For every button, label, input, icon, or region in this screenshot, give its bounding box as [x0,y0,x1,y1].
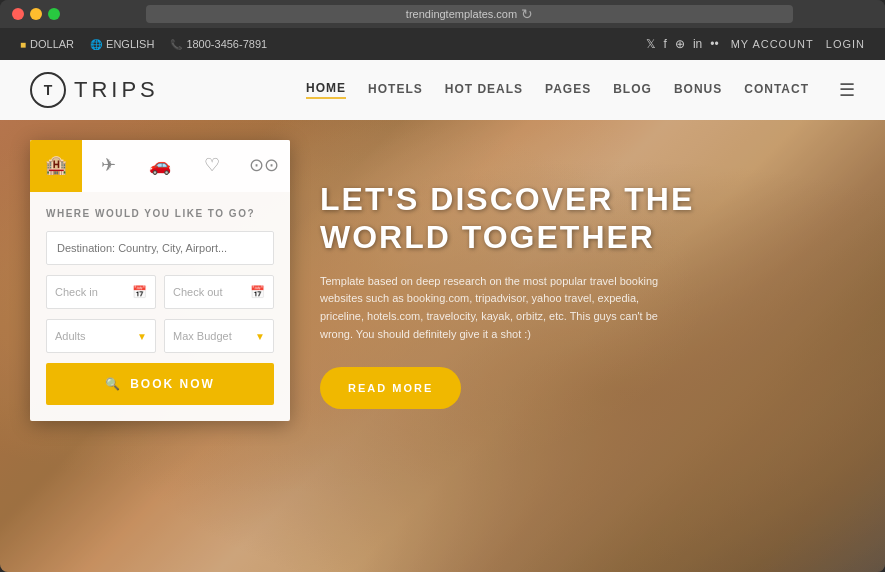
maximize-button[interactable] [48,8,60,20]
flight-icon: ✈ [101,154,116,176]
account-link[interactable]: MY ACCOUNT [731,38,814,50]
nav-hot-deals[interactable]: HOT DEALS [445,82,523,98]
more-icon[interactable]: •• [710,37,718,51]
read-more-button[interactable]: READ MORE [320,367,461,409]
checkout-field[interactable]: Check out 📅 [164,275,274,309]
social-icons: 𝕏 f ⊕ in •• [646,37,719,51]
hero-headline-line2: WORLD TOGETHER [320,219,655,255]
language-item[interactable]: 🌐 ENGLISH [90,38,154,50]
nav-links: HOME HOTELS HOT DEALS PAGES BLOG BONUS C… [306,79,855,101]
website-content: ■ DOLLAR 🌐 ENGLISH 📞 1800-3456-7891 𝕏 f … [0,28,885,572]
browser-window: trendingtemplates.com ↻ ■ DOLLAR 🌐 ENGLI… [0,0,885,572]
hero-subtitle: Template based on deep research on the m… [320,273,670,343]
nav-bonus[interactable]: BONUS [674,82,722,98]
hero-headline-line1: LET'S DISCOVER THE [320,181,694,217]
close-button[interactable] [12,8,24,20]
checkout-label: Check out [173,286,223,298]
adults-arrow-icon: ▼ [137,331,147,342]
browser-titlebar: trendingtemplates.com ↻ [0,0,885,28]
logo[interactable]: T TRIPS [30,72,159,108]
book-now-button[interactable]: 🔍 BOOK NOW [46,363,274,405]
filter-row: Adults ▼ Max Budget ▼ [46,319,274,353]
hero-headline: LET'S DISCOVER THE WORLD TOGETHER [320,180,855,257]
hero-content: LET'S DISCOVER THE WORLD TOGETHER Templa… [320,180,855,409]
top-bar: ■ DOLLAR 🌐 ENGLISH 📞 1800-3456-7891 𝕏 f … [0,28,885,60]
logo-letter: T [44,82,53,98]
url-text: trendingtemplates.com [406,8,517,20]
checkout-calendar-icon: 📅 [250,285,265,299]
minimize-button[interactable] [30,8,42,20]
tab-bike[interactable]: ⊙⊙ [238,140,290,192]
hero-section: 🏨 ✈ 🚗 ♡ ⊙⊙ WHERE WOULD [0,120,885,572]
twitter-icon[interactable]: 𝕏 [646,37,656,51]
currency-label: DOLLAR [30,38,74,50]
nav-hotels[interactable]: HOTELS [368,82,423,98]
budget-label: Max Budget [173,330,232,342]
logo-circle: T [30,72,66,108]
logo-text: TRIPS [74,77,159,103]
date-row: Check in 📅 Check out 📅 [46,275,274,309]
search-icon: 🔍 [105,377,122,391]
hotel-icon: 🏨 [45,154,67,176]
nav-home[interactable]: HOME [306,81,346,99]
facebook-icon[interactable]: f [664,37,667,51]
currency-icon: ■ [20,39,26,50]
nav-pages[interactable]: PAGES [545,82,591,98]
checkin-calendar-icon: 📅 [132,285,147,299]
linkedin-icon[interactable]: in [693,37,702,51]
book-btn-label: BOOK NOW [130,377,215,391]
login-link[interactable]: LOGIN [826,38,865,50]
bike-icon: ⊙⊙ [249,154,279,176]
main-nav: T TRIPS HOME HOTELS HOT DEALS PAGES BLOG… [0,60,885,120]
phone-number: 1800-3456-7891 [186,38,267,50]
budget-arrow-icon: ▼ [255,331,265,342]
phone-item: 📞 1800-3456-7891 [170,38,267,50]
adults-select[interactable]: Adults ▼ [46,319,156,353]
booking-widget: 🏨 ✈ 🚗 ♡ ⊙⊙ WHERE WOULD [30,140,290,421]
tab-car[interactable]: 🚗 [134,140,186,192]
top-bar-right: 𝕏 f ⊕ in •• MY ACCOUNT LOGIN [646,37,865,51]
tab-hotel[interactable]: 🏨 [30,140,82,192]
instagram-icon[interactable]: ⊕ [675,37,685,51]
adults-label: Adults [55,330,86,342]
language-label: ENGLISH [106,38,154,50]
tab-activity[interactable]: ♡ [186,140,238,192]
widget-tabs: 🏨 ✈ 🚗 ♡ ⊙⊙ [30,140,290,192]
phone-icon: 📞 [170,39,182,50]
activity-icon: ♡ [204,154,220,176]
language-icon: 🌐 [90,39,102,50]
tab-flight[interactable]: ✈ [82,140,134,192]
checkin-label: Check in [55,286,98,298]
destination-input[interactable] [46,231,274,265]
read-more-label: READ MORE [348,382,433,394]
address-bar[interactable]: trendingtemplates.com ↻ [146,5,793,23]
car-icon: 🚗 [149,154,171,176]
widget-title: WHERE WOULD YOU LIKE TO GO? [46,208,274,219]
checkin-field[interactable]: Check in 📅 [46,275,156,309]
top-bar-left: ■ DOLLAR 🌐 ENGLISH 📞 1800-3456-7891 [20,38,267,50]
nav-blog[interactable]: BLOG [613,82,652,98]
budget-select[interactable]: Max Budget ▼ [164,319,274,353]
refresh-icon[interactable]: ↻ [521,6,533,22]
hamburger-icon[interactable]: ☰ [839,79,855,101]
nav-contact[interactable]: CONTACT [744,82,809,98]
widget-body: WHERE WOULD YOU LIKE TO GO? Check in 📅 C… [30,192,290,421]
currency-item[interactable]: ■ DOLLAR [20,38,74,50]
